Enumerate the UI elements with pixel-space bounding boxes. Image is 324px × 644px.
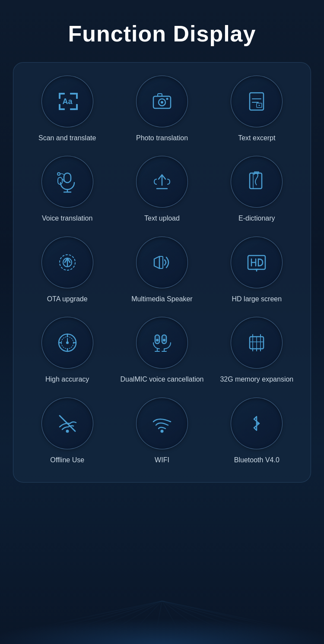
feature-item-photo-translation: Photo translation	[117, 76, 207, 143]
svg-point-23	[57, 173, 60, 175]
svg-point-66	[160, 429, 163, 432]
feature-label-text-upload: Text upload	[144, 214, 180, 223]
svg-rect-7	[76, 104, 78, 110]
svg-rect-19	[64, 173, 71, 183]
feature-label-voice-translation: Voice translation	[42, 214, 92, 223]
feature-card: Aa Scan and translate Photo translation …	[13, 62, 311, 483]
feature-label-ota-upgrade: OTA upgrade	[47, 294, 88, 304]
feature-item-offline: Offline Use	[22, 398, 112, 465]
svg-rect-27	[254, 171, 259, 174]
svg-rect-1	[59, 93, 60, 99]
feature-label-multimedia-speaker: Multimedia Speaker	[131, 294, 192, 304]
svg-rect-2	[70, 93, 76, 95]
svg-line-77	[162, 601, 233, 635]
icon-circle-text-excerpt	[231, 76, 283, 127]
feature-item-text-excerpt: Text excerpt	[212, 76, 302, 143]
svg-point-13	[166, 98, 168, 100]
svg-rect-6	[70, 108, 76, 110]
feature-label-bluetooth: Bluetooth V4.0	[234, 455, 280, 465]
feature-label-scan-translate: Scan and translate	[38, 133, 96, 143]
feature-item-memory: 32G memory expansion	[212, 317, 302, 384]
feature-item-ota-upgrade: OTA upgrade	[22, 237, 112, 304]
svg-line-75	[162, 601, 181, 635]
feature-label-wifi: WIFI	[155, 455, 169, 465]
svg-line-81	[162, 601, 324, 635]
svg-line-70	[52, 601, 162, 635]
page-title: Function Display	[0, 0, 324, 62]
icon-circle-photo-translation	[136, 76, 188, 127]
feature-item-dual-mic: DualMIC voice cancellation	[117, 317, 207, 384]
feature-item-bluetooth: Bluetooth V4.0	[212, 398, 302, 465]
feature-label-photo-translation: Photo translation	[136, 133, 188, 143]
icon-circle-e-dictionary	[231, 156, 283, 208]
icon-circle-offline	[41, 398, 93, 449]
svg-rect-3	[76, 93, 78, 99]
svg-line-79	[162, 601, 285, 635]
icon-circle-memory	[231, 317, 283, 369]
feature-label-e-dictionary: E-dictionary	[238, 214, 275, 223]
svg-rect-5	[59, 104, 60, 110]
feature-item-scan-translate: Aa Scan and translate	[22, 76, 112, 143]
feature-label-high-accuracy: High accuracy	[45, 375, 89, 384]
feature-label-hd-screen: HD large screen	[232, 294, 282, 304]
feature-item-multimedia-speaker: Multimedia Speaker	[117, 237, 207, 304]
svg-line-68	[0, 601, 162, 635]
svg-text:Aa: Aa	[62, 97, 73, 106]
feature-item-hd-screen: HD large screen	[212, 237, 302, 304]
feature-label-memory: 32G memory expansion	[220, 375, 293, 384]
svg-line-72	[104, 601, 162, 635]
feature-label-dual-mic: DualMIC voice cancellation	[121, 375, 204, 384]
svg-line-74	[156, 601, 162, 635]
floor-lines	[0, 601, 324, 635]
feature-grid: Aa Scan and translate Photo translation …	[22, 76, 302, 465]
feature-label-text-excerpt: Text excerpt	[238, 133, 275, 143]
icon-circle-bluetooth	[231, 398, 283, 449]
feature-item-e-dictionary: E-dictionary	[212, 156, 302, 223]
icon-circle-hd-screen	[231, 237, 283, 288]
feature-label-offline: Offline Use	[50, 455, 84, 465]
svg-line-71	[78, 601, 162, 635]
icon-circle-ota-upgrade	[41, 237, 93, 288]
feature-item-wifi: WIFI	[117, 398, 207, 465]
svg-point-64	[66, 429, 69, 432]
icon-circle-scan-translate: Aa	[41, 76, 93, 127]
svg-point-45	[66, 341, 69, 344]
svg-rect-12	[158, 94, 162, 96]
svg-point-11	[161, 101, 163, 104]
svg-line-65	[60, 416, 75, 431]
icon-circle-voice-translation	[41, 156, 93, 208]
svg-point-52	[156, 339, 159, 341]
icon-circle-dual-mic	[136, 317, 188, 369]
feature-item-text-upload: Text upload	[117, 156, 207, 223]
feature-item-high-accuracy: High accuracy	[22, 317, 112, 384]
svg-line-78	[162, 601, 259, 635]
icon-circle-multimedia-speaker	[136, 237, 188, 288]
svg-line-80	[162, 601, 311, 635]
icon-circle-wifi	[136, 398, 188, 449]
svg-point-53	[163, 339, 165, 341]
icon-circle-high-accuracy	[41, 317, 93, 369]
feature-item-voice-translation: Voice translation	[22, 156, 112, 223]
svg-line-69	[26, 601, 162, 635]
icon-circle-text-upload	[136, 156, 188, 208]
